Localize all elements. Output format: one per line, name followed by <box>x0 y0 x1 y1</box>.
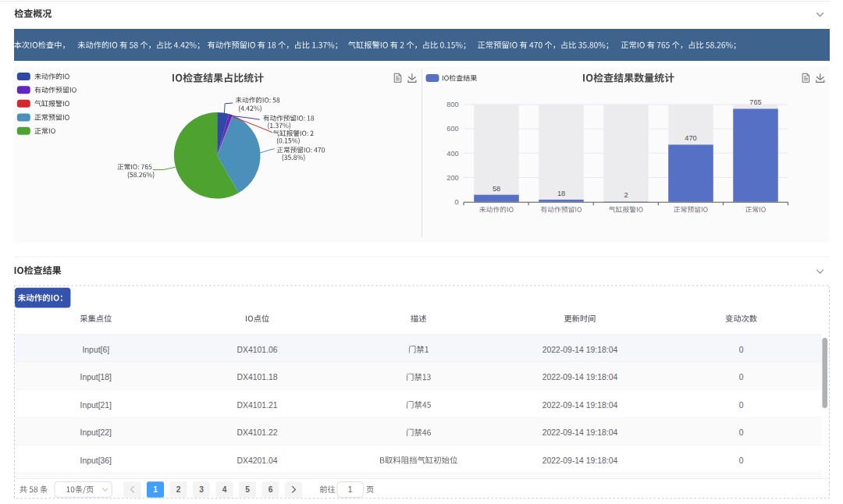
svg-text:DX4201.04: DX4201.04 <box>237 456 278 465</box>
svg-text:58: 58 <box>493 185 500 193</box>
svg-text:765: 765 <box>749 98 761 106</box>
svg-text:800: 800 <box>446 101 458 108</box>
svg-text:0: 0 <box>739 456 744 465</box>
svg-text:400: 400 <box>446 150 458 158</box>
svg-text:2022-09-14 19:18:04: 2022-09-14 19:18:04 <box>542 346 618 354</box>
svg-text:2: 2 <box>624 191 628 199</box>
svg-text:DX4101.18: DX4101.18 <box>237 373 278 382</box>
svg-text:2: 2 <box>176 485 181 494</box>
svg-text:2022-09-14 19:18:04: 2022-09-14 19:18:04 <box>542 456 618 465</box>
svg-text:4: 4 <box>222 485 227 494</box>
svg-text:18: 18 <box>557 190 565 197</box>
svg-text:1: 1 <box>348 485 353 494</box>
svg-text:200: 200 <box>446 174 458 182</box>
svg-text:Input[22]: Input[22] <box>80 428 112 437</box>
svg-text:DX4101.22: DX4101.22 <box>237 428 278 437</box>
svg-text:DX4101.06: DX4101.06 <box>237 346 278 354</box>
svg-text:2022-09-14 19:18:04: 2022-09-14 19:18:04 <box>542 428 618 437</box>
svg-text:2022-09-14 19:18:04: 2022-09-14 19:18:04 <box>542 401 618 410</box>
svg-text:Input[21]: Input[21] <box>80 401 112 410</box>
svg-text:Input[18]: Input[18] <box>80 373 112 382</box>
svg-text:1: 1 <box>153 485 158 494</box>
svg-text:0: 0 <box>455 198 459 206</box>
svg-text:0: 0 <box>739 428 744 437</box>
svg-text:0: 0 <box>739 373 744 382</box>
svg-text:5: 5 <box>245 485 250 494</box>
svg-text:0: 0 <box>739 346 744 354</box>
svg-text:600: 600 <box>446 125 458 133</box>
svg-text:3: 3 <box>199 485 204 494</box>
svg-text:0: 0 <box>739 401 744 410</box>
svg-text:470: 470 <box>685 134 696 142</box>
svg-text:6: 6 <box>269 485 273 494</box>
svg-text:Input[6]: Input[6] <box>82 346 109 354</box>
svg-text:DX4101.21: DX4101.21 <box>237 401 278 410</box>
svg-text:2022-09-14 19:18:04: 2022-09-14 19:18:04 <box>542 373 618 382</box>
svg-text:Input[36]: Input[36] <box>80 456 112 465</box>
